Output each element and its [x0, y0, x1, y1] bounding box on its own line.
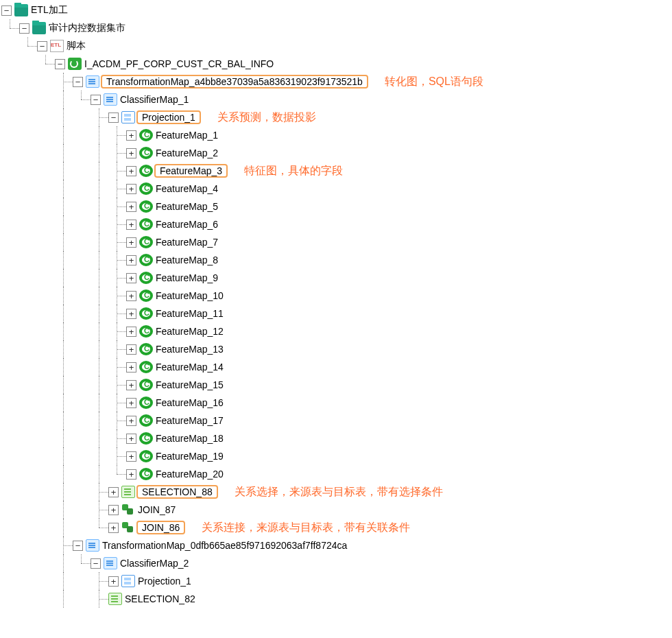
expand-collapse-toggle[interactable]: +	[126, 380, 136, 390]
expand-collapse-toggle[interactable]: +	[108, 576, 119, 587]
tree-item-feature[interactable]: +FeatureMap_2	[1, 144, 671, 162]
expand-collapse-toggle[interactable]: −	[37, 41, 47, 51]
tree-item-cmap-1[interactable]: −ClassifierMap_1	[1, 91, 671, 108]
tree-item-feature[interactable]: +FeatureMap_4	[1, 180, 671, 198]
expand-collapse-toggle[interactable]: −	[73, 541, 83, 551]
tree-item-join-86[interactable]: +JOIN_86关系连接，来源表与目标表，带有关联条件	[1, 519, 671, 536]
expand-collapse-toggle[interactable]: +	[126, 309, 136, 319]
feature-map-icon	[139, 290, 153, 302]
expand-collapse-toggle[interactable]: +	[126, 130, 136, 141]
tree-item-feature[interactable]: +FeatureMap_11	[1, 305, 671, 322]
tree-item-selection-88[interactable]: +SELECTION_88关系选择，来源表与目标表，带有选择条件	[1, 483, 671, 501]
classifier-map-icon	[104, 557, 117, 569]
expand-collapse-toggle[interactable]: +	[126, 273, 136, 283]
expand-collapse-toggle[interactable]: +	[108, 487, 119, 497]
feature-map-icon	[139, 468, 153, 480]
feature-map-icon	[139, 432, 153, 445]
expand-collapse-toggle[interactable]: −	[73, 77, 83, 87]
tree-item-label: FeatureMap_20	[154, 469, 225, 480]
tree-item-selection-82[interactable]: SELECTION_82	[1, 590, 671, 608]
tree-item-label: FeatureMap_11	[154, 308, 225, 319]
tree-item-feature[interactable]: +FeatureMap_10	[1, 287, 671, 305]
feature-map-icon	[139, 325, 153, 338]
expand-collapse-toggle[interactable]: +	[126, 166, 136, 176]
expand-collapse-toggle[interactable]: +	[126, 416, 136, 426]
expand-collapse-toggle[interactable]: +	[126, 344, 136, 355]
expand-collapse-toggle[interactable]: +	[126, 327, 136, 337]
tree-item-label: FeatureMap_19	[154, 451, 225, 462]
tree-item-feature[interactable]: +FeatureMap_14	[1, 358, 671, 376]
expand-collapse-toggle[interactable]: −	[55, 59, 65, 69]
expand-collapse-toggle[interactable]: +	[126, 434, 136, 444]
expand-collapse-toggle[interactable]: −	[91, 558, 101, 569]
expand-collapse-toggle[interactable]: +	[126, 291, 136, 301]
tree-item-tmap-2[interactable]: −TransformationMap_0dfb665ae85f971692063…	[1, 536, 671, 554]
expand-collapse-toggle[interactable]: +	[126, 398, 136, 408]
feature-map-icon	[139, 307, 153, 320]
tree-item-feature[interactable]: +FeatureMap_5	[1, 198, 671, 215]
tree-item-projection-2[interactable]: +Projection_1	[1, 572, 671, 590]
expand-collapse-toggle[interactable]: +	[108, 523, 119, 533]
tree-item-join-87[interactable]: +JOIN_87	[1, 501, 671, 519]
tree-item-label: FeatureMap_13	[154, 344, 225, 355]
expand-collapse-toggle[interactable]: −	[91, 95, 101, 105]
expand-collapse-toggle[interactable]: +	[108, 505, 119, 515]
tree-item-feature[interactable]: +FeatureMap_1	[1, 126, 671, 144]
expand-collapse-toggle[interactable]: +	[126, 469, 136, 480]
tree-item-feature[interactable]: +FeatureMap_9	[1, 269, 671, 287]
tree-item-feature[interactable]: +FeatureMap_19	[1, 447, 671, 465]
tree-item-feature[interactable]: +FeatureMap_7	[1, 233, 671, 251]
tree-item-feature[interactable]: +FeatureMap_6	[1, 215, 671, 233]
tree-item-label: FeatureMap_7	[154, 237, 219, 248]
tree-item-label: FeatureMap_4	[154, 183, 219, 194]
tree-item-label: FeatureMap_10	[154, 290, 225, 301]
feature-map-icon	[139, 200, 153, 213]
annotation-text: 转化图，SQL语句段	[385, 75, 483, 89]
expand-collapse-toggle[interactable]: +	[126, 184, 136, 194]
expand-collapse-toggle[interactable]: +	[126, 237, 136, 248]
expand-collapse-toggle[interactable]: +	[126, 451, 136, 462]
folder-icon	[32, 22, 46, 34]
tree-item-label: FeatureMap_16	[154, 397, 225, 408]
tree-item-label: FeatureMap_17	[154, 415, 225, 426]
classifier-map-icon	[104, 93, 117, 106]
tree-item-projection-1[interactable]: −Projection_1关系预测，数据投影	[1, 108, 671, 126]
tree-item-feature[interactable]: +FeatureMap_15	[1, 376, 671, 394]
join-icon	[121, 504, 135, 516]
tree-item-feature[interactable]: +FeatureMap_3特征图，具体的字段	[1, 162, 671, 180]
tree-item-feature[interactable]: +FeatureMap_18	[1, 429, 671, 447]
expand-collapse-toggle[interactable]: +	[126, 255, 136, 265]
tree-item-feature[interactable]: +FeatureMap_17	[1, 412, 671, 429]
expand-collapse-toggle[interactable]: −	[108, 113, 119, 123]
feature-map-icon	[139, 218, 153, 231]
tree-item-label: FeatureMap_14	[154, 362, 225, 373]
tree-item-etl-root[interactable]: −ETL加工	[1, 1, 671, 19]
feature-map-icon	[139, 182, 153, 195]
tree-item-label: ETL加工	[29, 4, 69, 16]
tree-item-label: FeatureMap_9	[154, 272, 219, 283]
expand-collapse-toggle[interactable]: +	[126, 202, 136, 212]
tree-item-scripts[interactable]: −脚本	[1, 37, 671, 55]
tree-item-cmap-2[interactable]: −ClassifierMap_2	[1, 554, 671, 572]
tree-item-tmap-1[interactable]: −TransformationMap_a4bb8e37039a5a8363190…	[1, 73, 671, 91]
selection-icon	[121, 486, 135, 498]
tree-item-label: TransformationMap_0dfb665ae85f971692063a…	[101, 540, 348, 551]
tree-item-label: Projection_1	[136, 576, 193, 587]
tree-item-label: TransformationMap_a4bb8e37039a5a83631902…	[101, 75, 368, 88]
tree-item-feature[interactable]: +FeatureMap_20	[1, 465, 671, 483]
tree-item-feature[interactable]: +FeatureMap_13	[1, 340, 671, 358]
tree-item-feature[interactable]: +FeatureMap_8	[1, 251, 671, 269]
expand-collapse-toggle[interactable]: +	[126, 148, 136, 158]
expand-collapse-toggle[interactable]: −	[1, 5, 12, 16]
expand-collapse-toggle[interactable]: +	[126, 362, 136, 373]
expand-collapse-toggle[interactable]: +	[126, 220, 136, 230]
tree-item-label: FeatureMap_12	[154, 326, 225, 337]
projection-icon	[121, 111, 135, 123]
tree-item-feature[interactable]: +FeatureMap_16	[1, 394, 671, 412]
tree-item-feature[interactable]: +FeatureMap_12	[1, 322, 671, 340]
feature-map-icon	[139, 272, 153, 284]
tree-item-job[interactable]: −I_ACDM_PF_CORP_CUST_CR_BAL_INFO	[1, 55, 671, 73]
tree-item-label: FeatureMap_6	[154, 219, 219, 230]
tree-item-audit-mart[interactable]: −审计内控数据集市	[1, 19, 671, 37]
expand-collapse-toggle[interactable]: −	[19, 23, 29, 34]
